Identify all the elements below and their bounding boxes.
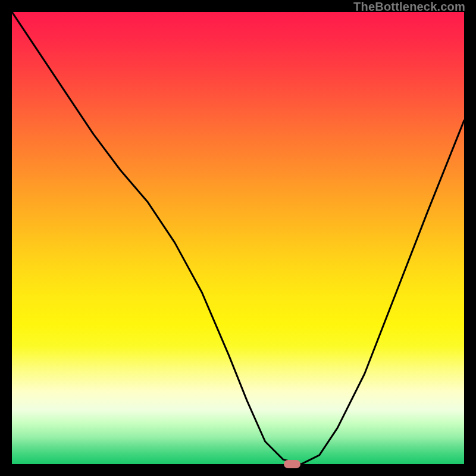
chart-frame: TheBottleneck.com xyxy=(0,0,476,476)
plot-area xyxy=(12,12,464,464)
optimal-marker xyxy=(284,460,300,468)
bottleneck-curve xyxy=(12,12,464,464)
